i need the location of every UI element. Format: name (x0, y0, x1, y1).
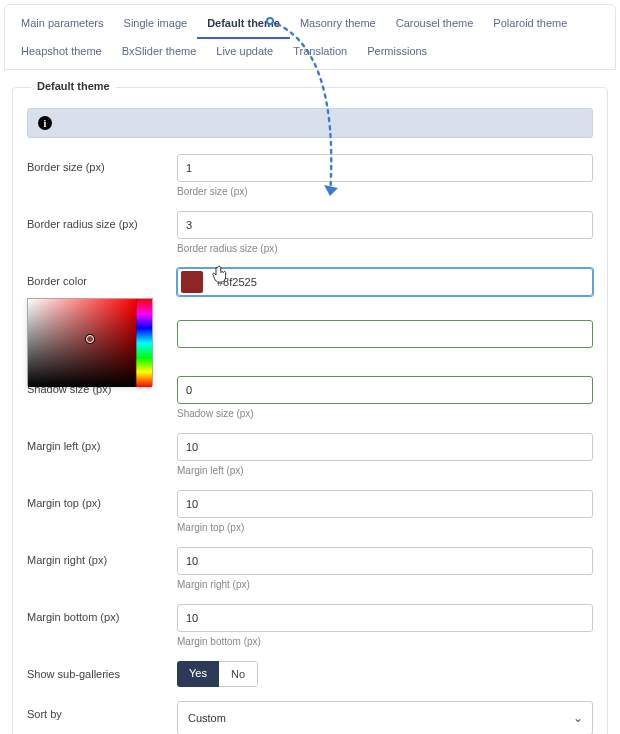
tab-polaroid-theme[interactable]: Polaroid theme (483, 11, 577, 39)
tab-masonry-theme[interactable]: Masonry theme (290, 11, 386, 39)
border-color-input[interactable] (209, 271, 592, 293)
border-radius-input[interactable] (177, 211, 593, 239)
show-sub-toggle: Yes No (177, 661, 258, 687)
sort-by-label: Sort by (27, 701, 177, 720)
border-color-swatch[interactable] (181, 271, 203, 293)
margin-right-label: Margin right (px) (27, 547, 177, 566)
margin-bottom-hint: Margin bottom (px) (177, 636, 593, 647)
margin-left-input[interactable] (177, 433, 593, 461)
tab-single-image[interactable]: Single image (114, 11, 198, 39)
margin-left-hint: Margin left (px) (177, 465, 593, 476)
tab-heapshot-theme[interactable]: Heapshot theme (11, 39, 112, 67)
info-bar: i (27, 108, 593, 138)
color-picker[interactable] (27, 298, 153, 386)
tab-main-parameters[interactable]: Main parameters (11, 11, 114, 39)
border-size-input[interactable] (177, 154, 593, 182)
tab-default-theme[interactable]: Default theme (197, 11, 290, 39)
margin-bottom-input[interactable] (177, 604, 593, 632)
tab-bxslider-theme[interactable]: BxSlider theme (112, 39, 207, 67)
color-picker-saturation[interactable] (28, 299, 136, 387)
border-size-label: Border size (px) (27, 154, 177, 173)
tab-permissions[interactable]: Permissions (357, 39, 437, 67)
shadow-size-input[interactable] (177, 376, 593, 404)
border-size-hint: Border size (px) (177, 186, 593, 197)
tab-live-update[interactable]: Live update (206, 39, 283, 67)
tab-carousel-theme[interactable]: Carousel theme (386, 11, 484, 39)
border-radius-label: Border radius size (px) (27, 211, 177, 230)
margin-bottom-label: Margin bottom (px) (27, 604, 177, 623)
shadow-color-input[interactable] (209, 323, 592, 345)
margin-top-hint: Margin top (px) (177, 522, 593, 533)
panel-legend: Default theme (31, 80, 116, 92)
margin-top-input[interactable] (177, 490, 593, 518)
toggle-no[interactable]: No (219, 661, 258, 687)
shadow-size-hint: Shadow size (px) (177, 408, 593, 419)
margin-top-label: Margin top (px) (27, 490, 177, 509)
sort-by-select[interactable]: Custom (177, 701, 593, 734)
margin-right-hint: Margin right (px) (177, 579, 593, 590)
info-icon: i (38, 116, 52, 130)
margin-right-input[interactable] (177, 547, 593, 575)
margin-left-label: Margin left (px) (27, 433, 177, 452)
border-radius-hint: Border radius size (px) (177, 243, 593, 254)
toggle-yes[interactable]: Yes (177, 661, 219, 687)
color-picker-thumb[interactable] (86, 335, 94, 343)
settings-tabs: Main parameters Single image Default the… (4, 4, 616, 70)
tab-translation[interactable]: Translation (283, 39, 357, 67)
border-color-label: Border color (27, 268, 177, 287)
show-sub-label: Show sub-galleries (27, 661, 177, 680)
theme-panel: Default theme i Border size (px) Border … (4, 75, 616, 734)
color-picker-hue[interactable] (136, 299, 152, 387)
